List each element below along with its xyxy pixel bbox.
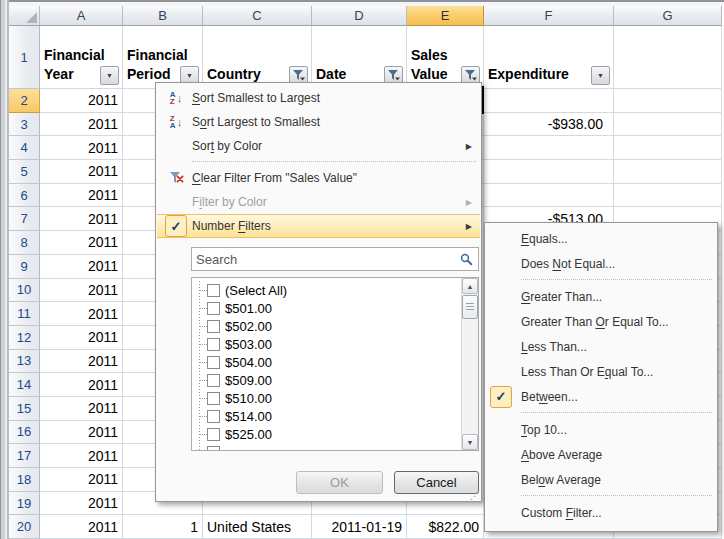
row-header-12[interactable]: 12 — [9, 326, 40, 350]
cell-f1-expenditure[interactable]: Expenditure ▼ — [484, 26, 614, 89]
menu-item-number-filters[interactable]: ✓Number Filters▶ — [157, 214, 480, 238]
filter-list-item[interactable]: $502.00 — [192, 317, 461, 335]
column-header-d[interactable]: D — [312, 6, 407, 26]
submenu-item-custom-filter[interactable]: Custom Filter... — [485, 500, 717, 525]
checkbox-unchecked[interactable] — [207, 392, 220, 405]
filter-list-item[interactable]: $504.00 — [192, 353, 461, 371]
checkbox-unchecked[interactable] — [207, 302, 220, 315]
filter-list-item[interactable]: $501.00 — [192, 299, 461, 317]
submenu-item-above-average[interactable]: Above Average — [485, 442, 717, 467]
scroll-up-button[interactable]: ▲ — [462, 278, 478, 294]
checkbox-unchecked[interactable] — [207, 320, 220, 333]
filter-list-item[interactable]: (Select All) — [192, 281, 461, 299]
checkbox-unchecked[interactable] — [207, 428, 220, 441]
menu-item-sort-by-color[interactable]: Sort by Color▶ — [157, 134, 480, 158]
row-header-17[interactable]: 17 — [9, 444, 40, 468]
submenu-item-less-than-or-equal-to[interactable]: Less Than Or Equal To... — [485, 359, 717, 384]
resize-grip-icon[interactable]: ⋰ — [470, 491, 479, 501]
menu-item-filter-by-color[interactable]: Filter by Color▶ — [157, 190, 480, 214]
cell-a18[interactable]: 2011 — [40, 468, 123, 492]
cell-c1-country[interactable]: Country — [203, 26, 312, 89]
filter-list-item[interactable]: $525.00 — [192, 425, 461, 443]
cell-a20[interactable]: 2011 — [40, 515, 123, 539]
cell-g5[interactable] — [614, 160, 722, 184]
checkbox-unchecked[interactable] — [207, 446, 220, 452]
row-header-11[interactable]: 11 — [9, 302, 40, 326]
column-header-f[interactable]: F — [484, 6, 614, 26]
list-scrollbar[interactable]: ▲ ▼ — [461, 278, 478, 450]
cell-a6[interactable]: 2011 — [40, 184, 123, 208]
cell-g4[interactable] — [614, 136, 722, 160]
filter-list-item[interactable]: $510.00 — [192, 389, 461, 407]
submenu-item-top-10[interactable]: Top 10... — [485, 417, 717, 442]
submenu-item-less-than[interactable]: Less Than... — [485, 334, 717, 359]
cell-f5[interactable] — [484, 160, 614, 184]
cell-a17[interactable]: 2011 — [40, 444, 123, 468]
checkbox-unchecked[interactable] — [207, 356, 220, 369]
filter-dropdown-button-a[interactable]: ▼ — [100, 66, 119, 85]
cell-g1[interactable] — [614, 26, 722, 89]
row-header-1[interactable]: 1 — [9, 26, 40, 89]
cell-b20[interactable]: 1 — [123, 515, 203, 539]
cell-a10[interactable]: 2011 — [40, 279, 123, 303]
row-header-13[interactable]: 13 — [9, 350, 40, 374]
cell-a3[interactable]: 2011 — [40, 113, 123, 137]
column-header-g[interactable]: G — [614, 6, 722, 26]
filter-list-item[interactable]: $509.00 — [192, 371, 461, 389]
column-header-e-selected[interactable]: E — [407, 6, 484, 26]
cell-e20[interactable]: $822.00 — [407, 515, 484, 539]
checkbox-unchecked[interactable] — [207, 374, 220, 387]
checkbox-unchecked[interactable] — [207, 410, 220, 423]
cell-d20[interactable]: 2011-01-19 — [312, 515, 407, 539]
row-header-6[interactable]: 6 — [9, 184, 40, 208]
cell-b1-financial-period[interactable]: FinancialPeriod ▼ — [123, 26, 203, 89]
row-header-7[interactable]: 7 — [9, 207, 40, 231]
filter-list-item[interactable]: $514.00 — [192, 407, 461, 425]
cell-g3[interactable] — [614, 113, 722, 137]
row-header-19[interactable]: 19 — [9, 492, 40, 516]
cell-a1-financial-year[interactable]: FinancialYear ▼ — [40, 26, 123, 89]
submenu-item-greater-than[interactable]: Greater Than... — [485, 284, 717, 309]
row-header-4[interactable]: 4 — [9, 136, 40, 160]
submenu-item-equals[interactable]: Equals... — [485, 226, 717, 251]
cell-c20[interactable]: United States — [203, 515, 312, 539]
menu-item-sort-smallest-to-largest[interactable]: AZ↓Sort Smallest to Largest — [157, 86, 480, 110]
row-header-16[interactable]: 16 — [9, 421, 40, 445]
cell-f3[interactable]: -$938.00 — [484, 113, 614, 137]
cell-a12[interactable]: 2011 — [40, 326, 123, 350]
column-header-a[interactable]: A — [40, 6, 123, 26]
row-header-8[interactable]: 8 — [9, 231, 40, 255]
cell-a13[interactable]: 2011 — [40, 350, 123, 374]
cell-f4[interactable] — [484, 136, 614, 160]
submenu-item-does-not-equal[interactable]: Does Not Equal... — [485, 251, 717, 276]
cell-g2[interactable] — [614, 89, 722, 113]
cell-a11[interactable]: 2011 — [40, 302, 123, 326]
filter-dropdown-button-f[interactable]: ▼ — [591, 66, 610, 85]
search-icon[interactable] — [460, 253, 473, 266]
filter-search-box[interactable] — [191, 247, 479, 271]
row-header-5[interactable]: 5 — [9, 160, 40, 184]
cell-a9[interactable]: 2011 — [40, 255, 123, 279]
select-all-corner[interactable] — [9, 6, 40, 26]
filter-list-item[interactable]: $503.00 — [192, 335, 461, 353]
cell-f6[interactable] — [484, 184, 614, 208]
menu-item-sort-largest-to-smallest[interactable]: ZA↓Sort Largest to Smallest — [157, 110, 480, 134]
cell-a8[interactable]: 2011 — [40, 231, 123, 255]
search-input[interactable] — [192, 252, 460, 267]
menu-item-clear-filter[interactable]: Clear Filter From "Sales Value" — [157, 166, 480, 190]
row-header-10[interactable]: 10 — [9, 279, 40, 303]
ok-button[interactable]: OK — [296, 471, 383, 494]
row-header-9[interactable]: 9 — [9, 255, 40, 279]
row-header-20[interactable]: 20 — [9, 515, 40, 539]
cell-g6[interactable] — [614, 184, 722, 208]
column-header-c[interactable]: C — [203, 6, 312, 26]
scroll-down-button[interactable]: ▼ — [462, 434, 478, 450]
cancel-button[interactable]: Cancel — [394, 471, 479, 494]
checkbox-unchecked[interactable] — [207, 338, 220, 351]
submenu-item-below-average[interactable]: Below Average — [485, 467, 717, 492]
row-header-18[interactable]: 18 — [9, 468, 40, 492]
cell-a7[interactable]: 2011 — [40, 207, 123, 231]
cell-e1-sales-value[interactable]: SalesValue — [407, 26, 484, 89]
submenu-item-between[interactable]: ✓Between... — [485, 384, 717, 409]
scrollbar-thumb[interactable] — [462, 295, 478, 319]
